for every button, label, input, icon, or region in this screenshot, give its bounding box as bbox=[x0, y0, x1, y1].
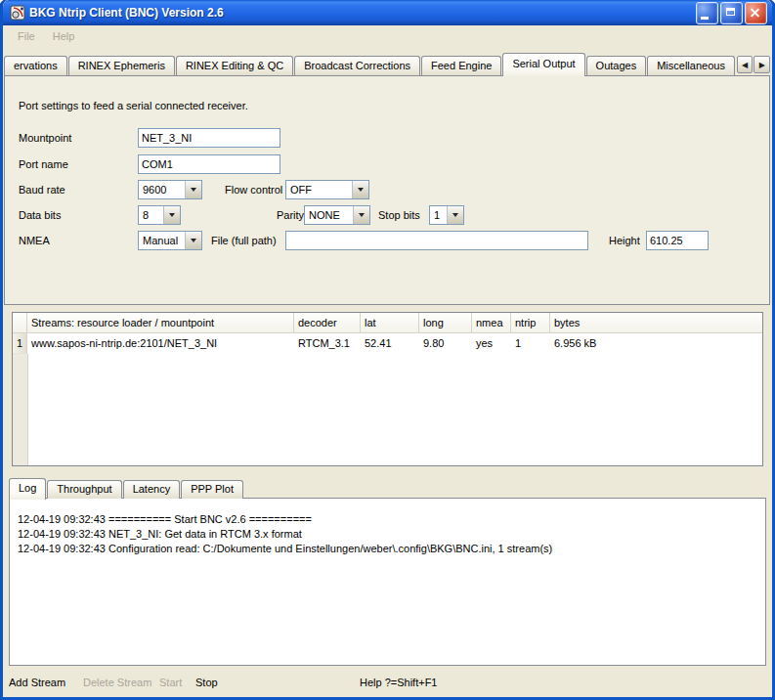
maximize-button[interactable] bbox=[720, 2, 743, 24]
mountpoint-input[interactable] bbox=[138, 128, 280, 148]
bottom-tab-bar: Log Throughput Latency PPP Plot bbox=[9, 478, 244, 499]
file-path-label: File (full path) bbox=[211, 235, 277, 246]
panel-description: Port settings to feed a serial connected… bbox=[19, 100, 248, 111]
port-name-input[interactable] bbox=[138, 154, 280, 174]
app-window: BKG Ntrip Client (BNC) Version 2.6 File … bbox=[0, 0, 775, 700]
column-header-decoder[interactable]: decoder bbox=[294, 313, 361, 332]
baud-rate-select[interactable]: 9600 bbox=[138, 180, 202, 199]
cell-mountpoint: www.sapos-ni-ntrip.de:2101/NET_3_NI bbox=[27, 333, 294, 354]
tab-miscellaneous[interactable]: Miscellaneous bbox=[647, 56, 735, 75]
port-name-label: Port name bbox=[19, 158, 68, 170]
flow-control-select[interactable]: OFF bbox=[285, 180, 369, 199]
stop-bits-label: Stop bits bbox=[378, 209, 420, 221]
cell-decoder: RTCM_3.1 bbox=[294, 333, 361, 354]
maximize-icon bbox=[726, 8, 735, 16]
menu-help[interactable]: Help bbox=[44, 28, 84, 44]
data-bits-label: Data bits bbox=[19, 209, 61, 221]
flow-control-label: Flow control bbox=[225, 184, 282, 196]
column-header-nmea[interactable]: nmea bbox=[472, 313, 511, 332]
tab-serial-output[interactable]: Serial Output bbox=[502, 53, 584, 76]
corner-header-cell bbox=[13, 313, 27, 332]
log-line: 12-04-19 09:32:43 ========== Start BNC v… bbox=[18, 512, 759, 527]
baud-rate-label: Baud rate bbox=[19, 184, 65, 196]
tab-scroll-right-button[interactable]: ▶ bbox=[753, 56, 770, 73]
tab-log[interactable]: Log bbox=[9, 478, 46, 500]
stop-bits-select[interactable]: 1 bbox=[429, 205, 464, 225]
window-title: BKG Ntrip Client (BNC) Version 2.6 bbox=[29, 6, 224, 20]
close-button[interactable] bbox=[745, 2, 767, 24]
tab-throughput[interactable]: Throughput bbox=[47, 480, 121, 499]
add-stream-button[interactable]: Add Stream bbox=[9, 677, 65, 688]
chevron-down-icon[interactable] bbox=[163, 206, 180, 224]
minimize-icon bbox=[701, 17, 709, 20]
menu-bar: File Help bbox=[3, 25, 772, 46]
log-line: 12-04-19 09:32:43 NET_3_NI: Get data in … bbox=[18, 527, 759, 542]
menu-file[interactable]: File bbox=[9, 28, 44, 44]
tab-rinex-ephemeris[interactable]: RINEX Ephemeris bbox=[68, 56, 175, 75]
cell-ntrip: 1 bbox=[511, 333, 550, 354]
nmea-select[interactable]: Manual bbox=[138, 231, 202, 250]
height-input[interactable] bbox=[646, 231, 709, 250]
column-header-lat[interactable]: lat bbox=[361, 313, 419, 332]
column-header-bytes[interactable]: bytes bbox=[550, 313, 762, 332]
cell-nmea: yes bbox=[472, 333, 511, 354]
main-tab-bar: ervations RINEX Ephemeris RINEX Editing … bbox=[4, 53, 770, 75]
streams-table-header: Streams: resource loader / mountpoint de… bbox=[13, 313, 762, 333]
height-label: Height bbox=[609, 235, 640, 246]
tab-broadcast-corrections[interactable]: Broadcast Corrections bbox=[294, 56, 420, 75]
table-row[interactable]: 1 www.sapos-ni-ntrip.de:2101/NET_3_NI RT… bbox=[13, 333, 762, 354]
tab-latency[interactable]: Latency bbox=[123, 480, 181, 499]
chevron-down-icon[interactable] bbox=[185, 181, 201, 198]
tab-scroll-left-button[interactable]: ◀ bbox=[737, 56, 753, 73]
table-empty-area bbox=[13, 354, 762, 465]
log-line: 12-04-19 09:32:43 Configuration read: C:… bbox=[18, 542, 759, 556]
file-path-input[interactable] bbox=[285, 231, 588, 250]
chevron-down-icon[interactable] bbox=[352, 181, 368, 198]
data-bits-select[interactable]: 8 bbox=[138, 205, 181, 225]
app-icon[interactable] bbox=[10, 5, 25, 21]
tab-feed-engine[interactable]: Feed Engine bbox=[421, 56, 501, 75]
nmea-label: NMEA bbox=[19, 235, 50, 246]
column-header-long[interactable]: long bbox=[419, 313, 472, 332]
tab-ppp-plot[interactable]: PPP Plot bbox=[181, 480, 243, 499]
cell-long: 9.80 bbox=[419, 333, 472, 354]
tab-rinex-editing-qc[interactable]: RINEX Editing & QC bbox=[176, 56, 293, 75]
mountpoint-label: Mountpoint bbox=[19, 132, 71, 144]
start-button: Start bbox=[159, 677, 182, 688]
cell-bytes: 6.956 kB bbox=[550, 333, 762, 354]
parity-label: Parity bbox=[277, 209, 304, 221]
minimize-button[interactable] bbox=[696, 2, 718, 24]
title-bar[interactable]: BKG Ntrip Client (BNC) Version 2.6 bbox=[3, 0, 772, 25]
chevron-down-icon[interactable] bbox=[353, 206, 369, 224]
streams-table: Streams: resource loader / mountpoint de… bbox=[12, 312, 763, 466]
tab-outages[interactable]: Outages bbox=[586, 56, 647, 75]
help-shortcut-label: Help ?=Shift+F1 bbox=[360, 677, 438, 688]
delete-stream-button: Delete Stream bbox=[83, 677, 151, 688]
column-header-mountpoint[interactable]: Streams: resource loader / mountpoint bbox=[27, 313, 294, 332]
tab-observations[interactable]: ervations bbox=[4, 56, 67, 75]
stop-button[interactable]: Stop bbox=[195, 677, 218, 688]
chevron-down-icon[interactable] bbox=[185, 232, 201, 249]
chevron-down-icon[interactable] bbox=[447, 206, 463, 224]
serial-output-panel: Port settings to feed a serial connected… bbox=[4, 75, 770, 305]
log-output[interactable]: 12-04-19 09:32:43 ========== Start BNC v… bbox=[9, 498, 766, 666]
cell-lat: 52.41 bbox=[361, 333, 419, 354]
parity-select[interactable]: NONE bbox=[304, 205, 370, 225]
row-number: 1 bbox=[13, 333, 27, 354]
column-header-ntrip[interactable]: ntrip bbox=[511, 313, 550, 332]
arrow-left-icon: ◀ bbox=[742, 61, 748, 69]
row-header-stripe bbox=[13, 354, 28, 465]
arrow-right-icon: ▶ bbox=[759, 61, 765, 69]
